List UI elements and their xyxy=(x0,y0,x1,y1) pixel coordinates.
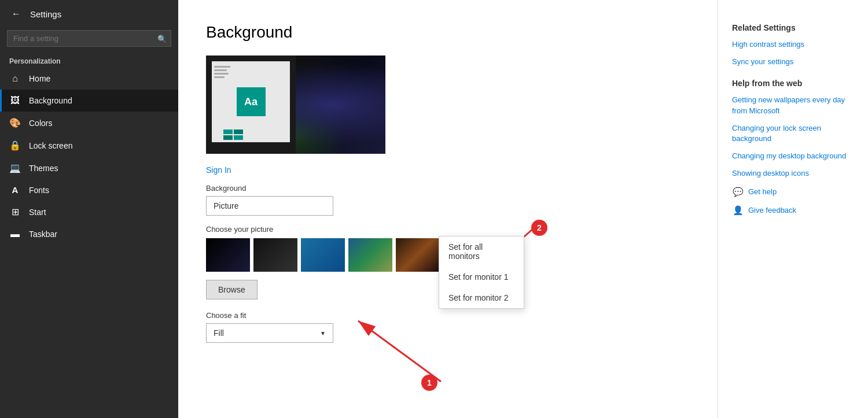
preview-line-1 xyxy=(214,66,230,68)
get-help-item[interactable]: 💬 Get help xyxy=(732,186,854,198)
home-icon: ⌂ xyxy=(9,73,21,84)
sidebar-item-colors-label: Colors xyxy=(29,119,52,128)
preview-lines xyxy=(214,66,230,78)
right-panel: Related Settings High contrast settings … xyxy=(718,0,868,418)
sidebar-item-background-label: Background xyxy=(29,96,72,105)
background-preview: Aa xyxy=(206,56,385,154)
give-feedback-item[interactable]: 👤 Give feedback xyxy=(732,205,854,216)
preview-line-4 xyxy=(214,76,225,78)
picture-thumb-5[interactable] xyxy=(396,238,440,272)
background-field-label: Background xyxy=(206,184,690,193)
sidebar-app-title: Settings xyxy=(30,9,61,19)
preview-tiles xyxy=(223,130,243,140)
preview-tile-1 xyxy=(223,130,233,134)
preview-monitor: Aa xyxy=(206,56,296,154)
choose-picture-label: Choose your picture xyxy=(206,225,690,234)
sync-settings-link[interactable]: Sync your settings xyxy=(732,57,854,67)
sidebar: ← Settings 🔍 Personalization ⌂ Home 🖼 Ba… xyxy=(0,0,178,418)
related-settings-title: Related Settings xyxy=(732,23,854,32)
sidebar-item-colors[interactable]: 🎨 Colors xyxy=(0,112,178,134)
background-dropdown[interactable]: Picture xyxy=(206,196,333,216)
search-icon: 🔍 xyxy=(157,34,167,43)
personalization-label: Personalization xyxy=(0,51,178,68)
preview-tile-3 xyxy=(223,135,233,140)
help-link-desktop-icons[interactable]: Showing desktop icons xyxy=(732,168,854,179)
context-menu-item-monitor2[interactable]: Set for monitor 2 xyxy=(439,287,524,308)
context-menu-item-monitor1[interactable]: Set for monitor 1 xyxy=(439,267,524,287)
context-menu: Set for all monitors Set for monitor 1 S… xyxy=(439,236,524,309)
chevron-down-icon: ▼ xyxy=(320,330,326,336)
help-link-lock-screen[interactable]: Changing your lock screen background xyxy=(732,123,854,144)
sidebar-item-home-label: Home xyxy=(29,74,50,83)
get-help-label: Get help xyxy=(748,187,777,196)
sidebar-item-themes[interactable]: 💻 Themes xyxy=(0,157,178,179)
picture-thumb-1[interactable] xyxy=(206,238,250,272)
sidebar-item-lock-screen[interactable]: 🔒 Lock screen xyxy=(0,134,178,157)
picture-thumb-2[interactable] xyxy=(253,238,297,272)
sidebar-item-fonts[interactable]: A Fonts xyxy=(0,179,178,201)
sidebar-item-fonts-label: Fonts xyxy=(29,186,49,195)
preview-tile-4 xyxy=(234,135,243,140)
svg-line-2 xyxy=(358,321,441,382)
sidebar-item-taskbar-label: Taskbar xyxy=(29,230,57,239)
themes-icon: 💻 xyxy=(9,162,21,173)
start-icon: ⊞ xyxy=(9,206,21,217)
background-icon: 🖼 xyxy=(9,95,21,106)
search-box[interactable]: 🔍 xyxy=(7,30,171,47)
help-link-desktop-bg[interactable]: Changing my desktop background xyxy=(732,151,854,161)
preview-line-2 xyxy=(214,69,227,71)
back-button[interactable]: ← xyxy=(9,6,23,21)
sidebar-item-lock-label: Lock screen xyxy=(29,141,72,150)
search-input[interactable] xyxy=(7,30,171,47)
sidebar-item-start[interactable]: ⊞ Start xyxy=(0,201,178,223)
fonts-icon: A xyxy=(9,185,21,195)
give-feedback-label: Give feedback xyxy=(748,206,796,214)
sidebar-item-background[interactable]: 🖼 Background xyxy=(0,90,178,112)
sign-in-link[interactable]: Sign In xyxy=(206,165,690,175)
background-dropdown-value: Picture xyxy=(214,201,239,210)
badge-2: 2 xyxy=(531,220,547,236)
colors-icon: 🎨 xyxy=(9,117,21,128)
fit-dropdown-value: Fill xyxy=(214,328,224,338)
choose-fit-label: Choose a fit xyxy=(206,311,690,320)
help-from-web-title: Help from the web xyxy=(732,79,854,88)
give-feedback-icon: 👤 xyxy=(732,205,744,216)
badge-1: 1 xyxy=(421,375,437,391)
help-link-wallpapers[interactable]: Getting new wallpapers every day from Mi… xyxy=(732,95,854,116)
picture-thumb-4[interactable] xyxy=(348,238,392,272)
browse-button[interactable]: Browse xyxy=(206,280,258,299)
main-content: Background Aa xyxy=(178,0,718,418)
sidebar-item-taskbar[interactable]: ▬ Taskbar xyxy=(0,223,178,245)
picture-thumb-3[interactable] xyxy=(301,238,345,272)
sidebar-item-start-label: Start xyxy=(29,208,46,217)
preview-aa-box: Aa xyxy=(237,87,266,116)
context-menu-item-all[interactable]: Set for all monitors xyxy=(439,236,524,267)
preview-monitor-inner: Aa xyxy=(212,61,290,142)
sidebar-header: ← Settings xyxy=(0,0,178,28)
sidebar-item-home[interactable]: ⌂ Home xyxy=(0,68,178,90)
page-title: Background xyxy=(206,23,690,42)
fit-dropdown[interactable]: Fill ▼ xyxy=(206,323,333,343)
lock-icon: 🔒 xyxy=(9,140,21,151)
preview-line-3 xyxy=(214,73,229,75)
preview-tile-2 xyxy=(234,130,243,134)
taskbar-icon: ▬ xyxy=(9,229,21,239)
sidebar-item-themes-label: Themes xyxy=(29,164,58,173)
get-help-icon: 💬 xyxy=(732,186,744,198)
high-contrast-link[interactable]: High contrast settings xyxy=(732,39,854,50)
